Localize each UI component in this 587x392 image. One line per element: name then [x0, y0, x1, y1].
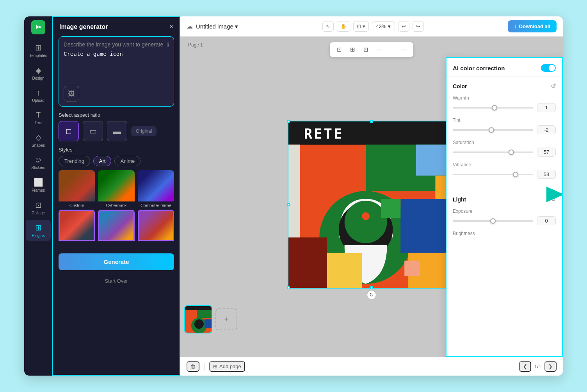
style-card-custom[interactable]: Custom: [59, 170, 95, 207]
tab-trending[interactable]: Trending: [59, 156, 90, 166]
light-section-title: Light ↺: [453, 196, 556, 203]
saturation-fill: [453, 151, 511, 153]
doc-title[interactable]: Untitled image ▾: [196, 23, 238, 30]
styles-section: Styles Trending Art Anime Custom Cyberpu…: [59, 147, 174, 246]
tint-value[interactable]: -2: [537, 125, 556, 134]
light-label: Light: [453, 196, 466, 203]
add-page-button[interactable]: ⊞ Add page: [209, 361, 245, 372]
color-reset-button[interactable]: ↺: [551, 82, 556, 90]
add-page-icon: ⊞: [213, 363, 217, 369]
warmth-value[interactable]: 1: [537, 103, 556, 112]
exposure-value[interactable]: 0: [537, 216, 556, 225]
saturation-value[interactable]: 57: [537, 148, 556, 157]
thumbnail-1-image: [185, 306, 212, 333]
exposure-thumb[interactable]: [490, 218, 496, 224]
warmth-thumb[interactable]: [492, 105, 497, 110]
main-image-frame[interactable]: RETE: [288, 121, 455, 289]
rotate-handle[interactable]: ↻: [367, 290, 376, 299]
sidebar-item-shapes[interactable]: ◇ Shapes: [26, 130, 51, 151]
hand-tool-button[interactable]: ✋: [337, 21, 350, 32]
style-card-computer-game[interactable]: Computer game: [138, 170, 174, 207]
canvas-page-options-button[interactable]: ⋯: [398, 44, 409, 55]
canvas-grid-button[interactable]: ⊞: [347, 44, 358, 55]
sidebar-item-templates[interactable]: ⊞ Templates: [26, 40, 51, 61]
style-cyberpunk-image: [98, 170, 134, 201]
prompt-textarea[interactable]: Create a game icon: [64, 51, 169, 82]
canvas-more-button[interactable]: ⋯: [374, 44, 384, 55]
aspect-original-button[interactable]: Original: [131, 126, 157, 136]
sel-handle-ml: [287, 203, 290, 206]
aspect-square-button[interactable]: □: [59, 121, 79, 141]
info-icon: ℹ: [167, 41, 169, 48]
delete-button[interactable]: 🗑: [187, 361, 199, 372]
saturation-track[interactable]: [453, 151, 533, 153]
sidebar-item-collage[interactable]: ⊡ Collage: [26, 197, 51, 218]
tab-anime[interactable]: Anime: [114, 156, 141, 166]
svg-rect-15: [404, 261, 420, 276]
style-custom-image: [59, 170, 95, 201]
canvas-crop-button[interactable]: ⊡: [334, 44, 345, 55]
warmth-label: Warmth: [453, 95, 556, 101]
styles-label: Styles: [59, 147, 174, 153]
sel-handle-tc: [370, 120, 373, 123]
canvas-layers-button[interactable]: ⊡: [360, 44, 371, 55]
sidebar-item-text[interactable]: T Text: [26, 107, 51, 128]
style-card-cyberpunk[interactable]: Cyberpunk: [98, 170, 134, 207]
sidebar-item-label-upload: Upload: [32, 98, 44, 103]
zoom-value: 43%: [376, 23, 386, 29]
style-cyberpunk-label: Cyberpunk: [98, 201, 134, 207]
start-over-button[interactable]: Start Over: [59, 276, 174, 286]
prev-page-button[interactable]: ❮: [519, 361, 531, 372]
saturation-thumb[interactable]: [509, 150, 514, 155]
warmth-track[interactable]: [453, 107, 533, 109]
main-area: ☁ Untitled image ▾ ↖ ✋ ⊡ ▾ 43%: [180, 16, 563, 376]
sidebar-item-design[interactable]: ◈ Design: [26, 62, 51, 84]
add-page-thumbnail-button[interactable]: +: [215, 308, 237, 330]
exposure-track[interactable]: [453, 220, 533, 222]
landscape-icon: ▬: [113, 127, 121, 136]
brightness-label: Brightness: [453, 231, 556, 236]
exposure-control: 0: [453, 216, 556, 225]
sidebar-item-plugins[interactable]: ⊞ Plugins: [26, 220, 51, 241]
next-page-button[interactable]: ❯: [544, 361, 557, 372]
color-panel-header: AI color correction: [446, 58, 562, 77]
sidebar-item-label-shapes: Shapes: [32, 143, 45, 148]
redo-button[interactable]: ↪: [413, 21, 424, 32]
vibrance-thumb[interactable]: [513, 172, 518, 177]
undo-button[interactable]: ↩: [398, 21, 409, 32]
zoom-control[interactable]: 43% ▾: [372, 21, 395, 31]
page-indicator: 1/1: [534, 363, 541, 369]
tint-thumb[interactable]: [489, 127, 494, 133]
aspect-landscape-button[interactable]: ▬: [107, 121, 127, 141]
warmth-fill: [453, 107, 495, 109]
aspect-ratio-section: Select aspect ratio □ ▭ ▬ Original: [59, 112, 174, 141]
sidebar-item-stickers[interactable]: ☺ Stickers: [26, 152, 51, 173]
ai-correction-toggle[interactable]: [541, 64, 556, 72]
pointer-tool-button[interactable]: ↖: [322, 21, 334, 32]
prompt-image-button[interactable]: 🖼: [64, 86, 79, 102]
brightness-slider-row: Brightness: [453, 231, 556, 236]
download-button[interactable]: ↓ Download all: [508, 20, 557, 32]
plugins-icon: ⊞: [35, 223, 42, 232]
style-card-6[interactable]: [138, 210, 174, 246]
vibrance-track[interactable]: [453, 174, 533, 175]
color-correction-panel: AI color correction Color ↺ Warmth: [446, 57, 563, 357]
bottom-toolbar: 🗑 ⊞ Add page ❮ 1/1 ❯: [180, 357, 563, 376]
page-label: Page 1: [188, 42, 203, 48]
style-card-4[interactable]: [59, 210, 95, 246]
style-custom-label: Custom: [59, 201, 95, 207]
tint-track[interactable]: [453, 129, 533, 131]
sidebar-item-label-frames: Frames: [32, 188, 45, 192]
prompt-section: Describe the image you want to generate …: [59, 36, 174, 107]
tab-art[interactable]: Art: [93, 156, 112, 166]
view-button[interactable]: ⊡ ▾: [353, 21, 369, 32]
toolbar-separator: [204, 363, 205, 371]
close-panel-button[interactable]: ×: [169, 23, 173, 31]
aspect-portrait-button[interactable]: ▭: [83, 121, 103, 141]
style-card-5[interactable]: [98, 210, 134, 246]
vibrance-value[interactable]: 53: [537, 170, 556, 179]
sidebar-item-upload[interactable]: ↑ Upload: [26, 85, 51, 106]
generate-button[interactable]: Generate: [59, 253, 174, 270]
sidebar-item-frames[interactable]: ⬜ Frames: [26, 175, 51, 196]
thumbnail-1[interactable]: [184, 305, 212, 333]
